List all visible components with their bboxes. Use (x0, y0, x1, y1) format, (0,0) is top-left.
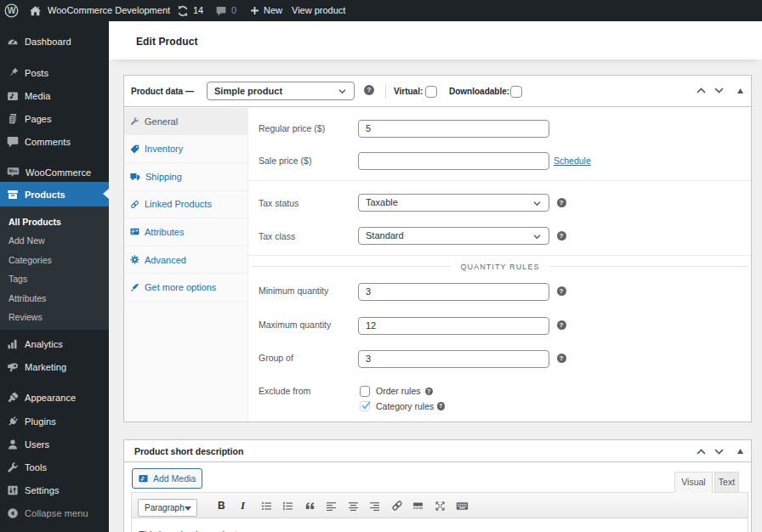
svg-text:Woo: Woo (9, 169, 18, 173)
svg-text:W: W (8, 6, 16, 15)
